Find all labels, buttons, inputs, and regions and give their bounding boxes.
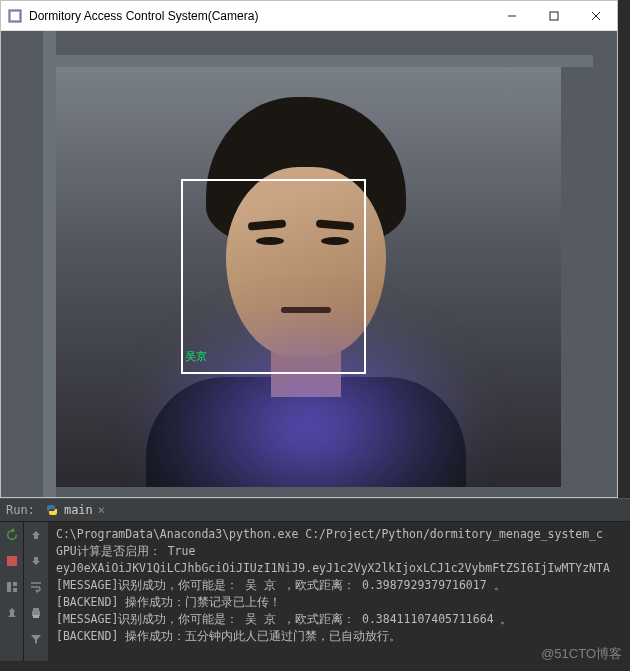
run-gutter-right (24, 522, 48, 661)
minimize-button[interactable] (491, 1, 533, 31)
window-title: Dormitory Access Control System(Camera) (29, 9, 491, 23)
ide-run-panel: Run: main × C:\ProgramData\Anaconda3\pyt… (0, 498, 630, 661)
run-tab-label: main (64, 503, 93, 517)
svg-rect-7 (7, 582, 11, 592)
print-icon[interactable] (27, 604, 45, 622)
svg-rect-12 (33, 615, 39, 618)
svg-rect-9 (13, 588, 17, 592)
watermark: @51CTO博客 (541, 645, 622, 663)
down-icon[interactable] (27, 552, 45, 570)
up-icon[interactable] (27, 526, 45, 544)
svg-rect-1 (11, 12, 19, 20)
run-tab-main[interactable]: main × (45, 503, 105, 517)
console-line: [BACKEND] 操作成功：门禁记录已上传！ (56, 594, 622, 611)
layout-icon[interactable] (3, 578, 21, 596)
console-line: GPU计算是否启用： True (56, 543, 622, 560)
rerun-icon[interactable] (3, 526, 21, 544)
console-line: eyJ0eXAiOiJKV1QiLCJhbGciOiJIUzI1NiJ9.eyJ… (56, 560, 622, 577)
stop-icon[interactable] (3, 552, 21, 570)
console-line: C:\ProgramData\Anaconda3\python.exe C:/P… (56, 526, 622, 543)
close-tab-icon[interactable]: × (98, 503, 105, 517)
camera-window: Dormitory Access Control System(Camera) … (0, 0, 618, 498)
console-output[interactable]: C:\ProgramData\Anaconda3\python.exe C:/P… (48, 522, 630, 661)
console-line: [MESSAGE]识别成功，你可能是： 吴 京 ，欧式距离： 0.3841110… (56, 611, 622, 628)
svg-rect-11 (33, 608, 39, 611)
app-icon (1, 9, 29, 23)
run-toolbar: Run: main × (0, 498, 630, 522)
face-detection-box (181, 179, 366, 374)
close-button[interactable] (575, 1, 617, 31)
console-line: [MESSAGE]识别成功，你可能是： 吴 京 ，欧式距离： 0.3987929… (56, 577, 622, 594)
python-icon (45, 503, 59, 517)
pin-icon[interactable] (3, 604, 21, 622)
camera-view: 吴京 (1, 31, 617, 497)
svg-rect-8 (13, 582, 17, 586)
face-label: 吴京 (185, 349, 207, 364)
monitor-bezel (43, 55, 593, 67)
monitor-bezel (43, 31, 56, 497)
wrap-icon[interactable] (27, 578, 45, 596)
run-gutter-left (0, 522, 24, 661)
maximize-button[interactable] (533, 1, 575, 31)
svg-rect-6 (7, 556, 17, 566)
filter-icon[interactable] (27, 630, 45, 648)
titlebar[interactable]: Dormitory Access Control System(Camera) (1, 1, 617, 31)
console-line: [BACKEND] 操作成功：五分钟内此人已通过门禁，已自动放行。 (56, 628, 622, 645)
svg-rect-3 (550, 12, 558, 20)
run-label: Run: (6, 503, 35, 517)
